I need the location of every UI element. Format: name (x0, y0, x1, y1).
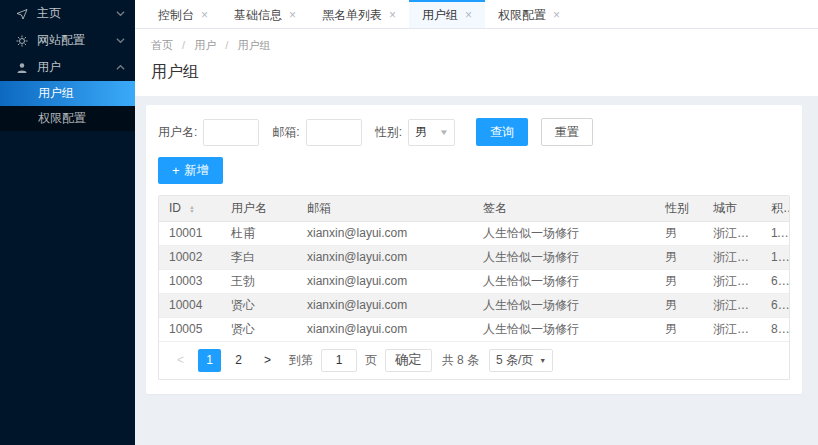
breadcrumb: 首页 / 用户 / 用户组 (151, 38, 802, 53)
tab-user-group[interactable]: 用户组 × (409, 0, 485, 28)
page-label: 页 (365, 352, 377, 369)
column-header-username: 用户名 (221, 196, 297, 221)
cell-sex: 男 (655, 221, 703, 245)
cell-email: xianxin@layui.com (297, 269, 473, 293)
chevron-down-icon: ▼ (439, 128, 449, 137)
close-icon[interactable]: × (465, 9, 472, 21)
plus-icon: + (172, 163, 180, 178)
reset-button[interactable]: 重置 (541, 118, 593, 146)
sort-icon[interactable]: ▲▼ (189, 205, 195, 213)
username-label: 用户名: (158, 124, 197, 141)
close-icon[interactable]: × (553, 9, 560, 21)
cell-city: 浙江杭州 (703, 245, 761, 269)
card: 用户名: 邮箱: 性别: 男 ▼ 查询 重置 (146, 105, 802, 394)
cell-city: 浙江杭州 (703, 221, 761, 245)
confirm-button[interactable]: 确定 (385, 349, 432, 372)
cell-id: 10001 (159, 221, 221, 245)
tab-basic-info[interactable]: 基础信息 × (221, 0, 309, 28)
sidebar-item-permission-config[interactable]: 权限配置 (0, 106, 135, 131)
cell-id: 10005 (159, 317, 221, 341)
content-area: 用户名: 邮箱: 性别: 男 ▼ 查询 重置 (135, 96, 818, 445)
sidebar-item-site-config[interactable]: 网站配置 (0, 27, 135, 54)
tab-console[interactable]: 控制台 × (145, 0, 221, 28)
cell-email: xianxin@layui.com (297, 317, 473, 341)
cell-sex: 男 (655, 293, 703, 317)
cell-score: 116 (761, 221, 789, 245)
cell-sign: 人生恰似一场修行 (473, 293, 655, 317)
column-header-sex: 性别 (655, 196, 703, 221)
close-icon[interactable]: × (201, 9, 208, 21)
sidebar-item-label: 网站配置 (37, 32, 116, 49)
tab-label: 基础信息 (234, 7, 282, 24)
column-header-city: 城市 (703, 196, 761, 221)
page-button-2[interactable]: 2 (227, 349, 250, 372)
tab-blacklist[interactable]: 黑名单列表 × (309, 0, 409, 28)
column-header-email: 邮箱 (297, 196, 473, 221)
sidebar-item-user[interactable]: 用户 (0, 54, 135, 81)
cell-id: 10003 (159, 269, 221, 293)
cell-username: 贤心 (221, 293, 297, 317)
email-input[interactable] (306, 119, 362, 146)
main-area: 控制台 × 基础信息 × 黑名单列表 × 用户组 × 权限配置 × (135, 0, 818, 445)
sidebar-item-home[interactable]: 主页 (0, 0, 135, 27)
tab-label: 用户组 (422, 7, 458, 24)
cell-score: 65 (761, 269, 789, 293)
email-label: 邮箱: (272, 124, 299, 141)
jump-page-input[interactable] (321, 349, 357, 372)
cell-sign: 人生恰似一场修行 (473, 245, 655, 269)
table-row[interactable]: 10003 王勃 xianxin@layui.com 人生恰似一场修行 男 浙江… (159, 269, 789, 293)
tab-label: 黑名单列表 (322, 7, 382, 24)
chevron-down-icon: ▼ (539, 357, 546, 364)
send-icon (14, 8, 30, 20)
username-input[interactable] (203, 119, 259, 146)
tab-label: 权限配置 (498, 7, 546, 24)
page-button-1[interactable]: 1 (198, 349, 221, 372)
sidebar-item-label: 用户 (37, 59, 116, 76)
cell-sex: 男 (655, 269, 703, 293)
table-header-row: ID ▲▼ 用户名 邮箱 签名 性别 城市 积分 ▲▼ (159, 196, 789, 221)
breadcrumb-separator: / (225, 39, 228, 51)
prev-page-button[interactable]: < (169, 349, 192, 372)
breadcrumb-home[interactable]: 首页 (151, 39, 173, 51)
page-size-select[interactable]: 5 条/页 ▼ (489, 349, 553, 372)
table-row[interactable]: 10001 杜甫 xianxin@layui.com 人生恰似一场修行 男 浙江… (159, 221, 789, 245)
next-page-button[interactable]: > (256, 349, 279, 372)
table-row[interactable]: 10004 贤心 xianxin@layui.com 人生恰似一场修行 男 浙江… (159, 293, 789, 317)
search-button[interactable]: 查询 (476, 118, 528, 146)
column-header-score[interactable]: 积分 ▲▼ (761, 196, 789, 221)
cell-username: 李白 (221, 245, 297, 269)
page-header: 首页 / 用户 / 用户组 用户组 (135, 29, 818, 96)
cell-score: 86 (761, 317, 789, 341)
sidebar-item-label: 主页 (37, 5, 116, 22)
sidebar-item-label: 权限配置 (38, 110, 86, 127)
gear-icon (14, 35, 30, 47)
table-row[interactable]: 10002 李白 xianxin@layui.com 人生恰似一场修行 男 浙江… (159, 245, 789, 269)
breadcrumb-user[interactable]: 用户 (194, 39, 216, 51)
tab-permission-config[interactable]: 权限配置 × (485, 0, 573, 28)
sidebar-item-user-group[interactable]: 用户组 (0, 81, 135, 106)
user-icon (14, 62, 30, 74)
gender-select-value: 男 (415, 124, 440, 141)
filter-form: 用户名: 邮箱: 性别: 男 ▼ 查询 重置 (158, 118, 790, 146)
cell-id: 10002 (159, 245, 221, 269)
tab-label: 控制台 (158, 7, 194, 24)
column-header-sign: 签名 (473, 196, 655, 221)
app-window: 主页 网站配置 用户 用户组 (0, 0, 818, 445)
gender-label: 性别: (375, 124, 402, 141)
close-icon[interactable]: × (389, 9, 396, 21)
cell-city: 浙江杭州 (703, 269, 761, 293)
gender-select[interactable]: 男 ▼ (408, 119, 455, 146)
column-header-id[interactable]: ID ▲▼ (159, 196, 221, 221)
cell-username: 贤心 (221, 317, 297, 341)
table-row[interactable]: 10005 贤心 xianxin@layui.com 人生恰似一场修行 男 浙江… (159, 317, 789, 341)
cell-email: xianxin@layui.com (297, 293, 473, 317)
cell-score: 12 (761, 245, 789, 269)
breadcrumb-current: 用户组 (237, 39, 270, 51)
cell-score: 666 (761, 293, 789, 317)
jump-label: 到第 (289, 352, 313, 369)
user-table: ID ▲▼ 用户名 邮箱 签名 性别 城市 积分 ▲▼ (158, 195, 790, 380)
close-icon[interactable]: × (289, 9, 296, 21)
add-button[interactable]: + 新增 (158, 157, 223, 184)
cell-username: 杜甫 (221, 221, 297, 245)
cell-id: 10004 (159, 293, 221, 317)
